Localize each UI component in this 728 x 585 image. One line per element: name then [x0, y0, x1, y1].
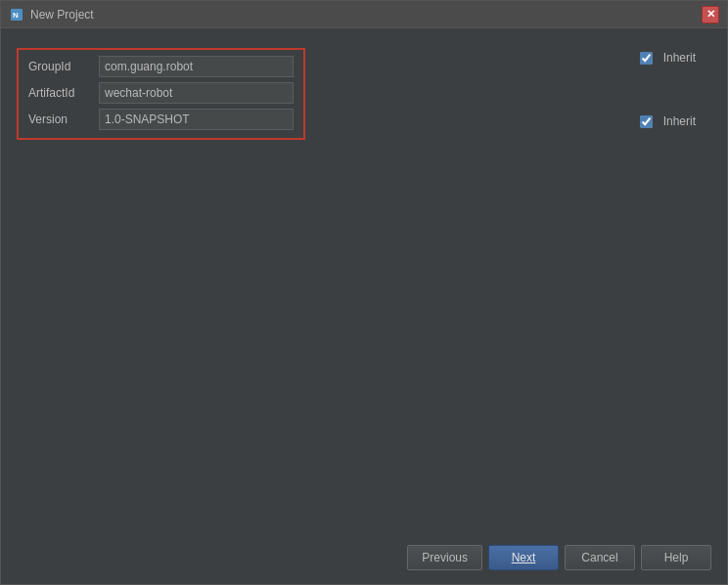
fields-container: GroupId ArtifactId Version: [17, 48, 711, 140]
groupid-label: GroupId: [28, 60, 99, 73]
artifactid-row: ArtifactId: [28, 82, 294, 104]
version-row: Version: [28, 109, 294, 130]
spacer: [17, 140, 711, 519]
titlebar-icon: N: [9, 7, 24, 22]
maven-fields-group: GroupId ArtifactId Version: [17, 48, 305, 140]
window-title: New Project: [30, 8, 702, 22]
inherit-groupid-label: Inherit: [663, 51, 696, 65]
groupid-input[interactable]: [99, 56, 294, 77]
main-content: GroupId ArtifactId Version: [1, 28, 727, 535]
next-button[interactable]: Next: [488, 545, 559, 570]
inherit-groupid-checkbox[interactable]: [640, 52, 653, 65]
groupid-row: GroupId: [28, 56, 294, 77]
footer: Previous Next Cancel Help: [1, 535, 727, 584]
version-input[interactable]: [99, 109, 294, 130]
inherit-groupid-wrapper: Inherit: [640, 51, 696, 65]
inherit-version-wrapper: Inherit: [640, 114, 696, 128]
inherit-version-label: Inherit: [663, 114, 696, 128]
previous-button[interactable]: Previous: [407, 545, 482, 570]
cancel-button[interactable]: Cancel: [565, 545, 635, 570]
version-label: Version: [28, 112, 99, 126]
new-project-window: N New Project ✕ GroupId Artifact: [0, 0, 728, 585]
form-area: GroupId ArtifactId Version: [17, 44, 711, 519]
artifactid-input[interactable]: [99, 82, 294, 104]
close-button[interactable]: ✕: [702, 6, 719, 23]
next-label: Next: [512, 551, 536, 564]
artifactid-label: ArtifactId: [28, 86, 99, 100]
inherit-version-checkbox[interactable]: [640, 115, 653, 128]
help-button[interactable]: Help: [641, 545, 711, 570]
svg-text:N: N: [13, 11, 19, 20]
titlebar: N New Project ✕: [1, 1, 727, 28]
